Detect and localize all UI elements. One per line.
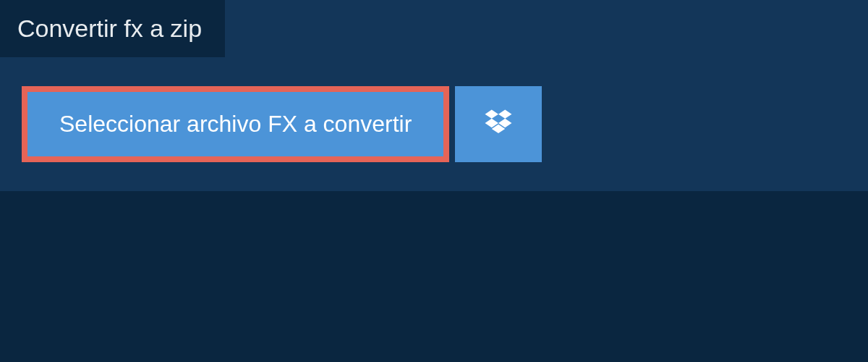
dropbox-icon <box>482 107 514 141</box>
converter-panel: Convertir fx a zip Seleccionar archivo F… <box>0 0 868 191</box>
select-file-button[interactable]: Seleccionar archivo FX a convertir <box>27 92 443 156</box>
action-row: Seleccionar archivo FX a convertir <box>0 57 868 162</box>
select-file-highlight: Seleccionar archivo FX a convertir <box>22 86 449 162</box>
dropbox-button[interactable] <box>455 86 542 162</box>
tab-title: Convertir fx a zip <box>0 0 225 57</box>
